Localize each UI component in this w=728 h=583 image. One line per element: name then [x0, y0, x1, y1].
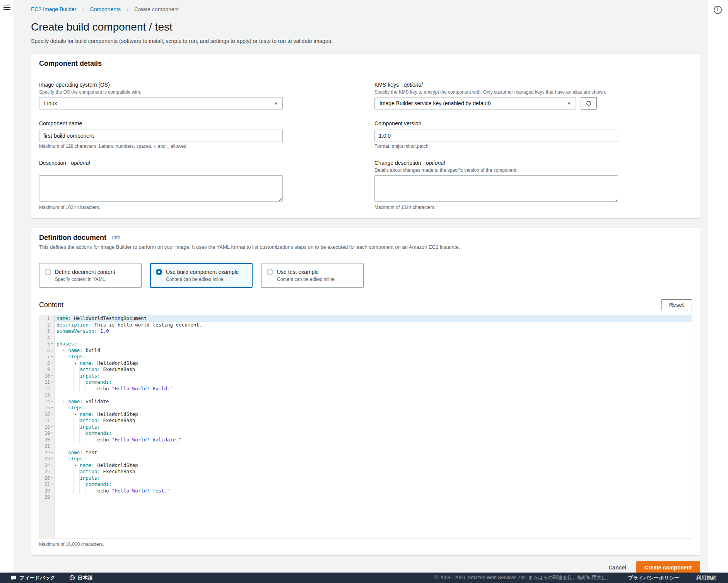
definition-document-header: Definition document Info This defines th… [31, 228, 700, 255]
editor-gutter: 29 [39, 494, 55, 501]
editor-line[interactable]: 29 [39, 494, 692, 501]
fold-arrow-icon[interactable]: ▾ [50, 424, 54, 431]
editor-line[interactable]: 3schemaVersion: 1.0 [39, 328, 692, 335]
component-details-title: Component details [39, 60, 102, 67]
fold-arrow-icon[interactable]: ▾ [50, 462, 54, 469]
feedback-button[interactable]: フィードバック [11, 574, 55, 581]
editor-gutter: 20 [39, 437, 55, 443]
os-select[interactable]: Linux ▼ [39, 97, 283, 109]
fold-arrow-icon[interactable]: ▾ [50, 360, 54, 367]
reset-button[interactable]: Reset [661, 299, 692, 310]
line-number: 20 [44, 437, 50, 443]
editor-code-text: - name: HelloWorldStep [55, 462, 692, 469]
option-use-build-component-example[interactable]: Use build component example Content can … [150, 263, 253, 288]
fold-arrow-icon[interactable]: ▾ [50, 398, 54, 405]
line-number: 26 [44, 475, 50, 482]
editor-code-text: - name: test [55, 450, 692, 456]
line-number: 6 [47, 347, 50, 354]
menu-hamburger-icon[interactable] [3, 5, 10, 10]
editor-line[interactable]: 8▾ - name: HelloWorldStep [39, 360, 692, 367]
component-name-input[interactable] [39, 130, 283, 142]
change-description-textarea[interactable] [374, 175, 618, 202]
editor-line[interactable]: 16▾ - name: HelloWorldStep [39, 411, 692, 418]
line-number: 23 [44, 456, 50, 462]
info-icon[interactable]: i [714, 6, 722, 14]
editor-line[interactable]: 12 - echo "Hello World! Build." [39, 386, 692, 392]
component-name-help: Maximum of 128 characters. Letters, numb… [39, 144, 283, 149]
code-editor[interactable]: 1name: HelloWorldTestingDocument2descrip… [39, 315, 692, 539]
editor-line[interactable]: 11▾ commands: [39, 379, 692, 386]
component-version-input[interactable] [374, 130, 618, 142]
page-subtitle: Specify details for build components (so… [31, 38, 700, 44]
editor-code-text: commands: [55, 481, 692, 488]
editor-line[interactable]: 5▾phases: [39, 341, 692, 347]
editor-line[interactable]: 20 - echo "Hello World! Validate." [39, 437, 692, 443]
editor-line[interactable]: 19▾ commands: [39, 430, 692, 437]
fold-arrow-icon[interactable]: ▾ [50, 475, 54, 482]
editor-line[interactable]: 18▾ inputs: [39, 424, 692, 431]
editor-code-text: steps: [55, 456, 692, 462]
editor-gutter: 23▾ [39, 456, 55, 462]
fold-arrow-icon[interactable]: ▾ [50, 430, 54, 437]
editor-line[interactable]: 9 action: ExecuteBash [39, 366, 692, 373]
description-label: Description - optional [39, 159, 283, 167]
fold-arrow-icon[interactable]: ▾ [50, 481, 54, 488]
kms-select[interactable]: Image Builder service key (enabled by de… [374, 97, 576, 109]
editor-gutter: 1 [39, 315, 55, 322]
create-component-button[interactable]: Create component [636, 561, 700, 573]
fold-arrow-icon[interactable]: ▾ [50, 373, 54, 380]
option-use-test-example[interactable]: Use test example Content can be edited i… [261, 263, 364, 288]
privacy-policy-link[interactable]: プライバシーポリシー [628, 574, 679, 581]
line-number: 18 [44, 424, 50, 431]
editor-line[interactable]: 28 - echo "Hello World! Test." [39, 488, 692, 494]
fold-arrow-icon[interactable]: ▾ [50, 379, 54, 386]
editor-code-text: - name: validate [55, 398, 692, 405]
editor-line[interactable]: 23▾ steps: [39, 456, 692, 462]
fold-arrow-icon[interactable]: ▾ [50, 456, 54, 462]
left-nav-rail [0, 0, 14, 573]
editor-code-text: - name: HelloWorldStep [55, 411, 692, 418]
fold-arrow-icon[interactable]: ▾ [50, 341, 54, 347]
definition-info-link[interactable]: Info [112, 234, 120, 240]
editor-gutter: 25 [39, 468, 55, 475]
editor-line[interactable]: 1name: HelloWorldTestingDocument [39, 315, 692, 322]
kms-select-value: Image Builder service key (enabled by de… [379, 100, 491, 106]
editor-gutter: 2 [39, 322, 55, 328]
editor-line[interactable]: 26▾ inputs: [39, 475, 692, 482]
footer-bar: フィードバック 日本語 © 2008 - 2020, Amazon Web Se… [0, 573, 728, 583]
line-number: 29 [44, 494, 50, 501]
breadcrumb-components[interactable]: Components [90, 6, 121, 12]
editor-line[interactable]: 22▾ - name: test [39, 450, 692, 456]
fold-arrow-icon[interactable]: ▾ [50, 354, 54, 360]
breadcrumb: EC2 Image Builder › Components › Create … [31, 5, 700, 13]
editor-line[interactable]: 6▾ - name: build [39, 347, 692, 354]
editor-line[interactable]: 21 [39, 443, 692, 450]
language-selector[interactable]: 日本語 [69, 574, 93, 581]
editor-line[interactable]: 25 action: ExecuteBash [39, 468, 692, 475]
editor-line[interactable]: 14▾ - name: validate [39, 398, 692, 405]
editor-line[interactable]: 10▾ inputs: [39, 373, 692, 380]
fold-arrow-icon[interactable]: ▾ [50, 411, 54, 418]
fold-arrow-icon[interactable]: ▾ [50, 405, 54, 411]
fold-arrow-icon[interactable]: ▾ [50, 347, 54, 354]
editor-line[interactable]: 27▾ commands: [39, 481, 692, 488]
cancel-button[interactable]: Cancel [608, 564, 626, 571]
editor-line[interactable]: 15▾ steps: [39, 405, 692, 411]
editor-gutter: 14▾ [39, 398, 55, 405]
component-details-panel: Component details Image operating system… [31, 53, 700, 218]
editor-line[interactable]: 13 [39, 392, 692, 398]
refresh-button[interactable] [581, 97, 597, 109]
option-define-document-content[interactable]: Define document content Specify content … [39, 263, 142, 288]
editor-gutter: 17 [39, 417, 55, 424]
fold-arrow-icon[interactable]: ▾ [50, 450, 54, 456]
editor-line[interactable]: 7▾ steps: [39, 354, 692, 360]
description-textarea[interactable] [39, 175, 283, 202]
editor-code-text: steps: [55, 405, 692, 411]
editor-gutter: 8▾ [39, 360, 55, 367]
breadcrumb-ec2-image-builder[interactable]: EC2 Image Builder [31, 6, 77, 12]
editor-line[interactable]: 24▾ - name: HelloWorldStep [39, 462, 692, 469]
editor-line[interactable]: 2description: This is hello world testin… [39, 322, 692, 328]
editor-line[interactable]: 4 [39, 335, 692, 341]
terms-link[interactable]: 利用規約 [696, 574, 716, 581]
editor-line[interactable]: 17 action: ExecuteBash [39, 417, 692, 424]
